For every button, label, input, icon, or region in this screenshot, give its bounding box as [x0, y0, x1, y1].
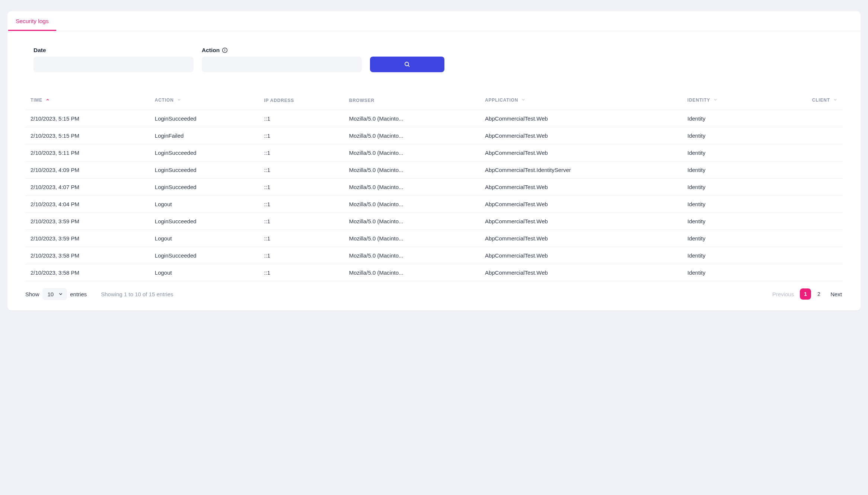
pagination-next[interactable]: Next — [830, 290, 843, 299]
cell-client — [768, 127, 843, 144]
entries-info: Showing 1 to 10 of 15 entries — [101, 291, 173, 297]
cell-client — [768, 110, 843, 127]
search-button[interactable] — [370, 57, 444, 72]
cell-browser: Mozilla/5.0 (Macinto... — [344, 213, 480, 230]
col-header-browser-label: BROWSER — [349, 98, 374, 103]
cell-action: LoginFailed — [150, 127, 259, 144]
col-header-time[interactable]: TIME — [25, 91, 150, 110]
col-header-client-label: CLIENT — [812, 98, 830, 103]
security-logs-table: TIME ACTION IP ADDRESS — [25, 91, 843, 281]
cell-client — [768, 264, 843, 281]
action-label: Action — [202, 47, 362, 54]
cell-action: LoginSucceeded — [150, 162, 259, 179]
cell-time: 2/10/2023, 5:11 PM — [25, 144, 150, 162]
cell-identity: Identity — [682, 127, 768, 144]
cell-browser: Mozilla/5.0 (Macinto... — [344, 179, 480, 196]
cell-browser: Mozilla/5.0 (Macinto... — [344, 247, 480, 264]
cell-time: 2/10/2023, 3:59 PM — [25, 213, 150, 230]
cell-browser: Mozilla/5.0 (Macinto... — [344, 144, 480, 162]
tab-bar: Security logs — [7, 11, 861, 31]
cell-client — [768, 230, 843, 247]
sort-icon — [177, 98, 181, 103]
cell-ip: ::1 — [259, 179, 344, 196]
cell-action: Logout — [150, 230, 259, 247]
cell-identity: Identity — [682, 230, 768, 247]
pagination-page-1[interactable]: 1 — [800, 288, 811, 300]
col-header-application-label: APPLICATION — [485, 98, 518, 103]
cell-browser: Mozilla/5.0 (Macinto... — [344, 196, 480, 213]
col-header-action-label: ACTION — [155, 98, 174, 103]
col-header-time-label: TIME — [31, 98, 42, 103]
cell-ip: ::1 — [259, 110, 344, 127]
cell-action: LoginSucceeded — [150, 110, 259, 127]
cell-application: AbpCommercialTest.Web — [480, 213, 682, 230]
filter-area: Date Action — [7, 31, 861, 91]
cell-time: 2/10/2023, 4:07 PM — [25, 179, 150, 196]
col-header-browser[interactable]: BROWSER — [344, 91, 480, 110]
cell-ip: ::1 — [259, 196, 344, 213]
pagination-previous[interactable]: Previous — [772, 290, 795, 299]
table-footer: Show 10 entries Showing 1 to 10 of 15 en… — [7, 281, 861, 310]
tab-security-logs[interactable]: Security logs — [8, 11, 56, 31]
table-row: 2/10/2023, 4:04 PMLogout::1Mozilla/5.0 (… — [25, 196, 843, 213]
table-wrap: TIME ACTION IP ADDRESS — [7, 91, 861, 281]
cell-browser: Mozilla/5.0 (Macinto... — [344, 162, 480, 179]
date-input[interactable] — [33, 57, 194, 72]
col-header-ip[interactable]: IP ADDRESS — [259, 91, 344, 110]
table-row: 2/10/2023, 4:07 PMLoginSucceeded::1Mozil… — [25, 179, 843, 196]
cell-application: AbpCommercialTest.Web — [480, 264, 682, 281]
sort-icon — [713, 98, 718, 103]
filter-group-date: Date — [33, 47, 194, 72]
cell-time: 2/10/2023, 3:58 PM — [25, 264, 150, 281]
cell-application: AbpCommercialTest.Web — [480, 179, 682, 196]
pagination-page-2[interactable]: 2 — [813, 288, 824, 300]
table-row: 2/10/2023, 5:15 PMLoginSucceeded::1Mozil… — [25, 110, 843, 127]
sort-asc-icon — [45, 98, 50, 103]
action-input[interactable] — [202, 57, 362, 72]
svg-point-3 — [405, 62, 409, 66]
cell-ip: ::1 — [259, 162, 344, 179]
col-header-ip-label: IP ADDRESS — [264, 98, 294, 103]
cell-ip: ::1 — [259, 247, 344, 264]
table-row: 2/10/2023, 4:09 PMLoginSucceeded::1Mozil… — [25, 162, 843, 179]
sort-icon — [833, 98, 837, 103]
cell-application: AbpCommercialTest.IdentityServer — [480, 162, 682, 179]
cell-browser: Mozilla/5.0 (Macinto... — [344, 127, 480, 144]
cell-ip: ::1 — [259, 230, 344, 247]
cell-identity: Identity — [682, 162, 768, 179]
table-row: 2/10/2023, 3:59 PMLoginSucceeded::1Mozil… — [25, 213, 843, 230]
table-row: 2/10/2023, 3:59 PMLogout::1Mozilla/5.0 (… — [25, 230, 843, 247]
entries-label: entries — [70, 291, 87, 297]
table-row: 2/10/2023, 3:58 PMLogout::1Mozilla/5.0 (… — [25, 264, 843, 281]
cell-action: Logout — [150, 196, 259, 213]
action-label-text: Action — [202, 47, 220, 54]
show-label: Show — [25, 291, 39, 297]
col-header-identity[interactable]: IDENTITY — [682, 91, 768, 110]
cell-application: AbpCommercialTest.Web — [480, 247, 682, 264]
cell-action: LoginSucceeded — [150, 179, 259, 196]
page-size-select[interactable]: 10 — [42, 288, 67, 300]
cell-action: LoginSucceeded — [150, 213, 259, 230]
cell-action: Logout — [150, 264, 259, 281]
filter-group-action: Action — [202, 47, 362, 72]
cell-client — [768, 162, 843, 179]
cell-identity: Identity — [682, 110, 768, 127]
search-icon — [404, 61, 411, 68]
cell-time: 2/10/2023, 4:09 PM — [25, 162, 150, 179]
col-header-action[interactable]: ACTION — [150, 91, 259, 110]
cell-browser: Mozilla/5.0 (Macinto... — [344, 110, 480, 127]
cell-identity: Identity — [682, 213, 768, 230]
cell-client — [768, 247, 843, 264]
cell-application: AbpCommercialTest.Web — [480, 144, 682, 162]
svg-point-2 — [225, 49, 225, 50]
date-label: Date — [33, 47, 194, 54]
col-header-application[interactable]: APPLICATION — [480, 91, 682, 110]
cell-action: LoginSucceeded — [150, 247, 259, 264]
cell-application: AbpCommercialTest.Web — [480, 196, 682, 213]
table-row: 2/10/2023, 5:11 PMLoginSucceeded::1Mozil… — [25, 144, 843, 162]
cell-application: AbpCommercialTest.Web — [480, 110, 682, 127]
cell-client — [768, 196, 843, 213]
cell-time: 2/10/2023, 5:15 PM — [25, 127, 150, 144]
col-header-client[interactable]: CLIENT — [768, 91, 843, 110]
cell-application: AbpCommercialTest.Web — [480, 127, 682, 144]
